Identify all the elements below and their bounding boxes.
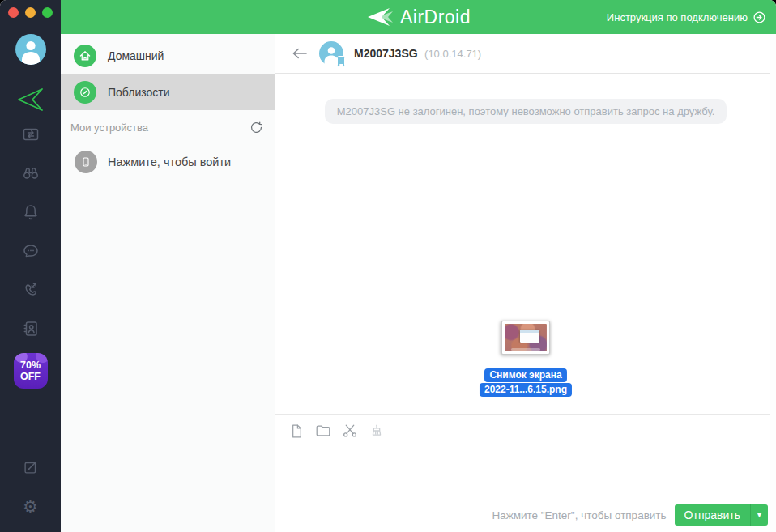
preview-window-shape xyxy=(520,330,539,343)
device-avatar xyxy=(319,41,343,66)
gear-icon: ⚙ xyxy=(23,498,38,515)
promo-line1: 70% xyxy=(20,360,41,371)
phone-call-icon xyxy=(21,280,41,300)
paper-plane-icon xyxy=(15,87,46,113)
composer-footer: Нажмите "Enter", чтобы отправить Отправи… xyxy=(275,504,776,532)
main-column: AirDroid Инструкция по подключению xyxy=(61,0,776,532)
person-icon xyxy=(15,34,46,65)
send-button[interactable]: Отправить xyxy=(675,504,750,526)
app-header: AirDroid Инструкция по подключению xyxy=(61,0,776,34)
phone-badge-icon xyxy=(337,56,345,67)
screenshot-preview xyxy=(505,324,547,351)
nav-item-nearby[interactable]: Поблизости xyxy=(61,74,275,110)
contacts-tab[interactable] xyxy=(0,309,61,348)
send-options-button[interactable]: ▼ xyxy=(750,504,768,526)
attached-file[interactable]: Снимок экрана 2022-11...6.15.png xyxy=(480,321,572,397)
scrollbar-track[interactable] xyxy=(770,34,776,532)
contacts-book-icon xyxy=(21,319,41,338)
file-name-line1: Снимок экрана xyxy=(484,368,566,382)
home-icon xyxy=(74,45,96,67)
brand-name: AirDroid xyxy=(400,6,471,28)
back-arrow-icon xyxy=(291,46,309,61)
compass-icon xyxy=(74,81,96,104)
login-item-label: Нажмите, чтобы войти xyxy=(108,155,231,168)
folder-transfer-icon xyxy=(21,125,41,144)
attach-file-button[interactable] xyxy=(287,421,306,440)
clear-chat-button[interactable] xyxy=(367,421,386,440)
composer: Нажмите "Enter", чтобы отправить Отправи… xyxy=(275,414,776,532)
compose-feedback-button[interactable] xyxy=(0,448,61,487)
system-notice: M2007J3SG не залогинен, поэтому невозмож… xyxy=(325,99,727,124)
devices-section-header: Мои устройства xyxy=(61,110,275,144)
file-icon xyxy=(288,423,305,440)
attach-folder-button[interactable] xyxy=(313,421,333,440)
settings-button[interactable]: ⚙ xyxy=(0,487,61,526)
rail-bottom: ⚙ xyxy=(0,448,61,532)
content: Домашний Поблизости Мои устройства xyxy=(61,34,776,532)
nearby-tab[interactable] xyxy=(0,154,61,193)
devices-section-label: Мои устройства xyxy=(70,121,148,134)
sidebar-rail: 70% OFF ⚙ xyxy=(0,0,61,532)
nav-item-home[interactable]: Домашний xyxy=(61,38,275,74)
binoculars-icon xyxy=(21,164,41,183)
device-login-item[interactable]: Нажмите, чтобы войти xyxy=(61,144,275,180)
connection-help-link[interactable]: Инструкция по подключению xyxy=(607,0,766,34)
device-name: M2007J3SG xyxy=(354,47,418,60)
screenshot-button[interactable] xyxy=(340,421,360,440)
rail-icon-stack xyxy=(0,115,61,348)
arrow-circle-icon xyxy=(753,11,766,24)
composer-toolbar xyxy=(275,415,776,440)
chevron-down-icon: ▼ xyxy=(756,512,763,519)
nav-item-label: Домашний xyxy=(108,49,164,62)
user-avatar[interactable] xyxy=(15,34,46,65)
scissors-icon xyxy=(341,422,359,440)
brand: AirDroid xyxy=(366,6,471,28)
transfer-tab-active[interactable] xyxy=(15,86,46,113)
file-transfer-tab[interactable] xyxy=(0,115,61,154)
close-window-button[interactable] xyxy=(8,7,19,18)
chat-bubble-icon xyxy=(21,241,41,261)
file-name-line2: 2022-11...6.15.png xyxy=(480,383,572,397)
promo-discount-badge[interactable]: 70% OFF xyxy=(14,353,48,389)
airdroid-window: 70% OFF ⚙ AirDroid xyxy=(0,0,776,532)
file-thumbnail[interactable] xyxy=(501,321,550,355)
minimize-window-button[interactable] xyxy=(25,7,36,18)
calls-tab[interactable] xyxy=(0,270,61,309)
messages-tab[interactable] xyxy=(0,232,61,270)
window-controls xyxy=(0,0,53,24)
phone-device-icon xyxy=(75,151,97,173)
help-link-label: Инструкция по подключению xyxy=(607,11,748,23)
send-group: Отправить ▼ xyxy=(675,504,768,526)
bell-icon xyxy=(21,202,41,222)
compose-icon xyxy=(22,458,40,476)
maximize-window-button[interactable] xyxy=(42,7,53,18)
promo-line2: OFF xyxy=(20,371,41,382)
chat-header: M2007J3SG (10.0.14.71) xyxy=(275,34,776,74)
notifications-tab[interactable] xyxy=(0,193,61,232)
nav-item-label: Поблизости xyxy=(108,86,170,99)
chat-panel: M2007J3SG (10.0.14.71) M2007J3SG не зало… xyxy=(275,34,776,532)
chat-body: M2007J3SG не залогинен, поэтому невозмож… xyxy=(275,74,776,414)
device-ip: (10.0.14.71) xyxy=(424,48,481,60)
airdroid-logo-icon xyxy=(366,6,394,28)
back-button[interactable] xyxy=(291,46,309,61)
broom-icon xyxy=(368,422,386,440)
nav-panel: Домашний Поблизости Мои устройства xyxy=(61,34,275,532)
message-input[interactable] xyxy=(275,440,776,504)
file-name-selected[interactable]: Снимок экрана 2022-11...6.15.png xyxy=(480,368,572,397)
refresh-icon[interactable] xyxy=(249,121,263,134)
enter-hint: Нажмите "Enter", чтобы отправить xyxy=(492,509,666,521)
folder-icon xyxy=(314,422,332,440)
preview-dock-shape xyxy=(511,348,540,351)
